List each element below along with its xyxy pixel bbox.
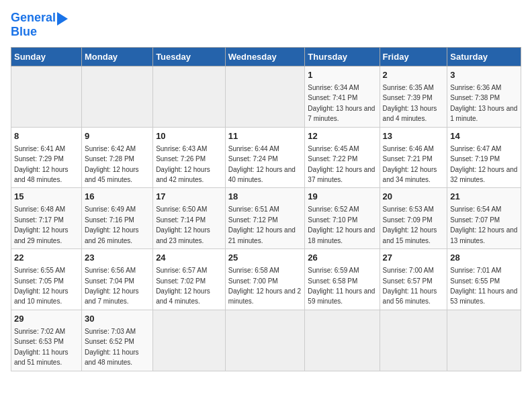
day-number: 10 — [156, 130, 222, 142]
day-number: 14 — [450, 130, 518, 142]
calendar-cell: 1Sunrise: 6:34 AMSunset: 7:41 PMDaylight… — [305, 66, 380, 127]
calendar-cell: 21Sunrise: 6:54 AMSunset: 7:07 PMDayligh… — [447, 188, 521, 249]
col-header-monday: Monday — [81, 47, 152, 66]
calendar-cell — [11, 66, 82, 127]
week-row-2: 8Sunrise: 6:41 AMSunset: 7:29 PMDaylight… — [11, 127, 521, 188]
calendar-cell — [153, 66, 226, 127]
day-info: Sunrise: 6:42 AMSunset: 7:28 PMDaylight:… — [85, 145, 139, 183]
page-header: General Blue — [11, 11, 521, 39]
day-info: Sunrise: 6:43 AMSunset: 7:26 PMDaylight:… — [156, 145, 210, 183]
calendar-cell: 14Sunrise: 6:47 AMSunset: 7:19 PMDayligh… — [447, 127, 521, 188]
day-info: Sunrise: 6:54 AMSunset: 7:07 PMDaylight:… — [450, 205, 517, 244]
logo-text: General — [11, 11, 56, 25]
day-info: Sunrise: 6:41 AMSunset: 7:29 PMDaylight:… — [14, 145, 69, 183]
calendar-cell: 27Sunrise: 7:00 AMSunset: 6:57 PMDayligh… — [380, 249, 447, 310]
day-info: Sunrise: 6:45 AMSunset: 7:22 PMDaylight:… — [308, 145, 375, 183]
calendar-cell: 23Sunrise: 6:56 AMSunset: 7:04 PMDayligh… — [81, 249, 152, 310]
day-info: Sunrise: 6:56 AMSunset: 7:04 PMDaylight:… — [85, 267, 139, 305]
day-number: 18 — [228, 191, 302, 203]
day-info: Sunrise: 6:36 AMSunset: 7:38 PMDaylight:… — [450, 84, 517, 122]
calendar-cell — [225, 66, 305, 127]
calendar-cell: 16Sunrise: 6:49 AMSunset: 7:16 PMDayligh… — [81, 188, 152, 249]
day-info: Sunrise: 6:53 AMSunset: 7:09 PMDaylight:… — [383, 205, 437, 244]
calendar-cell: 20Sunrise: 6:53 AMSunset: 7:09 PMDayligh… — [380, 188, 447, 249]
week-row-4: 22Sunrise: 6:55 AMSunset: 7:05 PMDayligh… — [11, 249, 521, 310]
day-number: 11 — [228, 130, 302, 142]
calendar-cell: 8Sunrise: 6:41 AMSunset: 7:29 PMDaylight… — [11, 127, 82, 188]
day-number: 13 — [383, 130, 445, 142]
day-number: 29 — [14, 313, 79, 325]
day-number: 28 — [450, 252, 518, 264]
col-header-thursday: Thursday — [305, 47, 380, 66]
col-header-tuesday: Tuesday — [153, 47, 226, 66]
calendar-cell: 30Sunrise: 7:03 AMSunset: 6:52 PMDayligh… — [81, 310, 152, 371]
logo-arrow-icon — [57, 12, 68, 26]
day-info: Sunrise: 6:49 AMSunset: 7:16 PMDaylight:… — [85, 205, 139, 244]
calendar-cell: 2Sunrise: 6:35 AMSunset: 7:39 PMDaylight… — [380, 66, 447, 127]
calendar-table: SundayMondayTuesdayWednesdayThursdayFrid… — [11, 47, 521, 371]
week-row-3: 15Sunrise: 6:48 AMSunset: 7:17 PMDayligh… — [11, 188, 521, 249]
calendar-cell: 18Sunrise: 6:51 AMSunset: 7:12 PMDayligh… — [225, 188, 305, 249]
day-info: Sunrise: 6:50 AMSunset: 7:14 PMDaylight:… — [156, 205, 210, 244]
day-info: Sunrise: 6:46 AMSunset: 7:21 PMDaylight:… — [383, 145, 437, 183]
day-number: 12 — [308, 130, 376, 142]
calendar-cell: 19Sunrise: 6:52 AMSunset: 7:10 PMDayligh… — [305, 188, 380, 249]
calendar-cell: 22Sunrise: 6:55 AMSunset: 7:05 PMDayligh… — [11, 249, 82, 310]
day-info: Sunrise: 6:57 AMSunset: 7:02 PMDaylight:… — [156, 267, 210, 305]
day-info: Sunrise: 7:00 AMSunset: 6:57 PMDaylight:… — [383, 267, 437, 305]
calendar-cell — [81, 66, 152, 127]
day-number: 27 — [383, 252, 445, 264]
day-number: 9 — [85, 130, 150, 142]
day-info: Sunrise: 6:59 AMSunset: 6:58 PMDaylight:… — [308, 267, 375, 305]
week-row-1: 1Sunrise: 6:34 AMSunset: 7:41 PMDaylight… — [11, 66, 521, 127]
calendar-cell — [225, 310, 305, 371]
day-info: Sunrise: 6:34 AMSunset: 7:41 PMDaylight:… — [308, 84, 375, 122]
calendar-cell: 15Sunrise: 6:48 AMSunset: 7:17 PMDayligh… — [11, 188, 82, 249]
calendar-cell: 3Sunrise: 6:36 AMSunset: 7:38 PMDaylight… — [447, 66, 521, 127]
day-info: Sunrise: 7:02 AMSunset: 6:53 PMDaylight:… — [14, 328, 69, 366]
day-number: 8 — [14, 130, 79, 142]
calendar-cell: 9Sunrise: 6:42 AMSunset: 7:28 PMDaylight… — [81, 127, 152, 188]
calendar-cell: 26Sunrise: 6:59 AMSunset: 6:58 PMDayligh… — [305, 249, 380, 310]
day-number: 25 — [228, 252, 302, 264]
day-info: Sunrise: 7:03 AMSunset: 6:52 PMDaylight:… — [85, 328, 139, 366]
day-number: 1 — [308, 69, 376, 81]
calendar-cell — [153, 310, 226, 371]
logo: General Blue — [11, 11, 68, 39]
calendar-cell — [447, 310, 521, 371]
calendar-cell: 25Sunrise: 6:58 AMSunset: 7:00 PMDayligh… — [225, 249, 305, 310]
col-header-wednesday: Wednesday — [225, 47, 305, 66]
day-info: Sunrise: 6:48 AMSunset: 7:17 PMDaylight:… — [14, 205, 69, 244]
day-info: Sunrise: 6:44 AMSunset: 7:24 PMDaylight:… — [228, 145, 296, 183]
day-number: 2 — [383, 69, 445, 81]
day-number: 21 — [450, 191, 518, 203]
calendar-cell: 10Sunrise: 6:43 AMSunset: 7:26 PMDayligh… — [153, 127, 226, 188]
day-info: Sunrise: 6:47 AMSunset: 7:19 PMDaylight:… — [450, 145, 517, 183]
day-info: Sunrise: 6:52 AMSunset: 7:10 PMDaylight:… — [308, 205, 375, 244]
day-info: Sunrise: 7:01 AMSunset: 6:55 PMDaylight:… — [450, 267, 517, 305]
calendar-cell: 24Sunrise: 6:57 AMSunset: 7:02 PMDayligh… — [153, 249, 226, 310]
day-number: 26 — [308, 252, 376, 264]
day-info: Sunrise: 6:58 AMSunset: 7:00 PMDaylight:… — [228, 267, 301, 305]
day-number: 3 — [450, 69, 518, 81]
day-number: 19 — [308, 191, 376, 203]
day-number: 24 — [156, 252, 222, 264]
calendar-cell: 28Sunrise: 7:01 AMSunset: 6:55 PMDayligh… — [447, 249, 521, 310]
day-number: 23 — [85, 252, 150, 264]
day-number: 16 — [85, 191, 150, 203]
day-number: 30 — [85, 313, 150, 325]
calendar-cell: 12Sunrise: 6:45 AMSunset: 7:22 PMDayligh… — [305, 127, 380, 188]
week-row-5: 29Sunrise: 7:02 AMSunset: 6:53 PMDayligh… — [11, 310, 521, 371]
calendar-cell — [305, 310, 380, 371]
day-info: Sunrise: 6:55 AMSunset: 7:05 PMDaylight:… — [14, 267, 69, 305]
day-number: 17 — [156, 191, 222, 203]
day-info: Sunrise: 6:51 AMSunset: 7:12 PMDaylight:… — [228, 205, 296, 244]
day-info: Sunrise: 6:35 AMSunset: 7:39 PMDaylight:… — [383, 84, 437, 122]
day-number: 20 — [383, 191, 445, 203]
day-number: 15 — [14, 191, 79, 203]
day-number: 22 — [14, 252, 79, 264]
calendar-cell: 13Sunrise: 6:46 AMSunset: 7:21 PMDayligh… — [380, 127, 447, 188]
col-header-sunday: Sunday — [11, 47, 82, 66]
calendar-cell: 29Sunrise: 7:02 AMSunset: 6:53 PMDayligh… — [11, 310, 82, 371]
calendar-cell: 17Sunrise: 6:50 AMSunset: 7:14 PMDayligh… — [153, 188, 226, 249]
